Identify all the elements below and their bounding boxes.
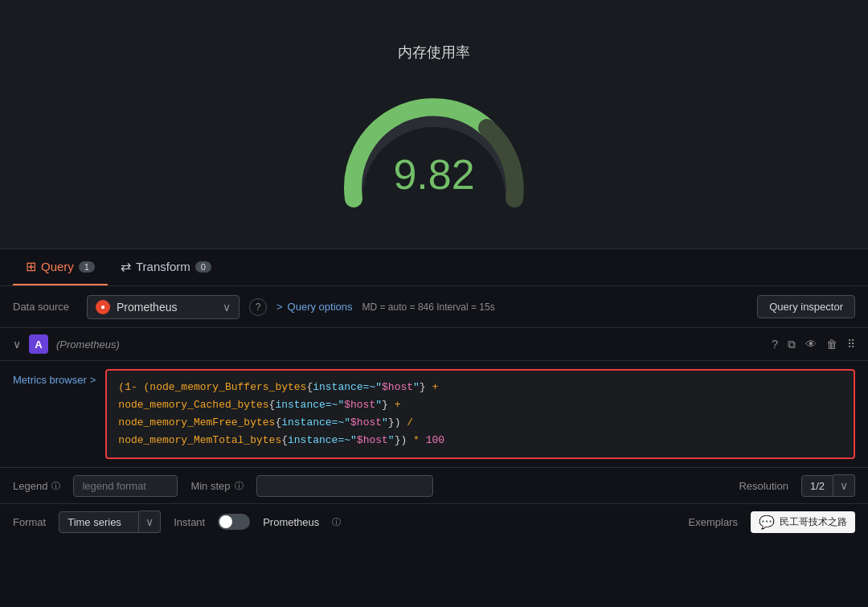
query-a-label: A bbox=[29, 334, 48, 354]
code-line-3: node_memory_MemFree_bytes{instance=~"$ho… bbox=[118, 414, 842, 432]
legend-label: Legend ⓘ bbox=[13, 480, 60, 492]
query-editor-area: Metrics browser > (1- (node_memory_Buffe… bbox=[0, 361, 868, 467]
code-editor[interactable]: (1- (node_memory_Buffers_bytes{instance=… bbox=[105, 369, 855, 459]
wechat-text: 民工哥技术之路 bbox=[780, 515, 847, 529]
tabs-bar: ⊞ Query 1 ⇄ Transform 0 bbox=[0, 249, 868, 286]
tab-transform[interactable]: ⇄ Transform 0 bbox=[108, 249, 224, 285]
instant-toggle[interactable] bbox=[218, 514, 250, 530]
prometheus-icon: ● bbox=[96, 300, 110, 314]
tab-transform-badge: 0 bbox=[195, 261, 211, 273]
datasource-label: Data source bbox=[13, 301, 77, 313]
tab-transform-label: Transform bbox=[136, 260, 190, 273]
resolution-chevron-icon[interactable]: ∨ bbox=[833, 474, 855, 497]
metrics-browser-button[interactable]: Metrics browser > bbox=[13, 369, 96, 386]
code-line-1: (1- (node_memory_Buffers_bytes{instance=… bbox=[118, 379, 842, 396]
gauge-title: 内存使用率 bbox=[398, 43, 470, 62]
format-bar: Format Time series ∨ Instant Prometheus … bbox=[0, 504, 868, 539]
tab-query-label: Query bbox=[41, 260, 74, 273]
query-a-source: (Prometheus) bbox=[56, 338, 120, 351]
query-options-button[interactable]: > Query options bbox=[276, 301, 353, 313]
min-step-label: Min step ⓘ bbox=[190, 480, 243, 492]
tab-query[interactable]: ⊞ Query 1 bbox=[13, 249, 108, 285]
query-help-icon[interactable]: ? bbox=[772, 338, 778, 351]
format-value: Time series bbox=[59, 511, 139, 533]
query-a-panel: ∨ A (Prometheus) ? ⧉ 👁 🗑 ⠿ Metrics brows… bbox=[0, 328, 868, 468]
metrics-browser-arrow: > bbox=[90, 374, 96, 386]
instant-label: Instant bbox=[174, 516, 205, 528]
datasource-help-icon[interactable]: ? bbox=[249, 298, 267, 316]
wechat-icon: 💬 bbox=[759, 515, 775, 530]
datasource-chevron-icon: ∨ bbox=[223, 301, 231, 314]
query-drag-icon[interactable]: ⠿ bbox=[847, 338, 855, 351]
gauge-container: 9.82 bbox=[330, 78, 538, 207]
legend-info-icon[interactable]: ⓘ bbox=[51, 480, 60, 492]
gauge-value: 9.82 bbox=[393, 150, 474, 199]
datasource-selector[interactable]: ● Prometheus ∨ bbox=[87, 295, 240, 319]
tab-query-badge: 1 bbox=[79, 261, 95, 273]
format-label: Format bbox=[13, 516, 46, 528]
query-copy-icon[interactable]: ⧉ bbox=[788, 338, 796, 351]
code-line-2: node_memory_Cached_bytes{instance=~"$hos… bbox=[118, 396, 842, 414]
query-a-header: ∨ A (Prometheus) ? ⧉ 👁 🗑 ⠿ bbox=[0, 328, 868, 361]
resolution-select[interactable]: 1/2 ∨ bbox=[801, 474, 855, 497]
query-eye-icon[interactable]: 👁 bbox=[805, 338, 817, 351]
prometheus-info-icon[interactable]: ⓘ bbox=[332, 516, 341, 528]
query-icon: ⊞ bbox=[26, 259, 36, 274]
collapse-icon[interactable]: ∨ bbox=[13, 338, 21, 351]
exemplars-label: Exemplars bbox=[689, 516, 738, 528]
resolution-value: 1/2 bbox=[801, 475, 833, 497]
prometheus-datasource-label: Prometheus bbox=[263, 516, 319, 528]
query-trash-icon[interactable]: 🗑 bbox=[826, 338, 837, 351]
min-step-input[interactable] bbox=[256, 475, 433, 497]
wechat-watermark: 💬 民工哥技术之路 bbox=[751, 511, 855, 533]
legend-format-input[interactable] bbox=[73, 475, 178, 497]
query-inspector-button[interactable]: Query inspector bbox=[757, 295, 855, 318]
format-chevron-icon[interactable]: ∨ bbox=[139, 511, 161, 533]
legend-bar: Legend ⓘ Min step ⓘ Resolution 1/2 ∨ bbox=[0, 468, 868, 504]
query-header-actions: ? ⧉ 👁 🗑 ⠿ bbox=[772, 338, 855, 351]
gauge-panel: 内存使用率 9.82 bbox=[0, 0, 868, 249]
min-step-info-icon[interactable]: ⓘ bbox=[235, 480, 244, 492]
format-select[interactable]: Time series ∨ bbox=[59, 511, 161, 533]
datasource-name: Prometheus bbox=[117, 301, 216, 314]
metrics-browser-label: Metrics browser bbox=[13, 374, 87, 386]
resolution-label: Resolution bbox=[739, 480, 788, 492]
query-options-arrow: > bbox=[276, 301, 283, 313]
query-options-meta: MD = auto = 846 Interval = 15s bbox=[362, 301, 495, 313]
code-line-4: node_memory_MemTotal_bytes{instance=~"$h… bbox=[118, 432, 842, 449]
transform-icon: ⇄ bbox=[121, 259, 131, 274]
datasource-bar: Data source ● Prometheus ∨ ? > Query opt… bbox=[0, 286, 868, 328]
query-options-label: Query options bbox=[288, 301, 353, 313]
